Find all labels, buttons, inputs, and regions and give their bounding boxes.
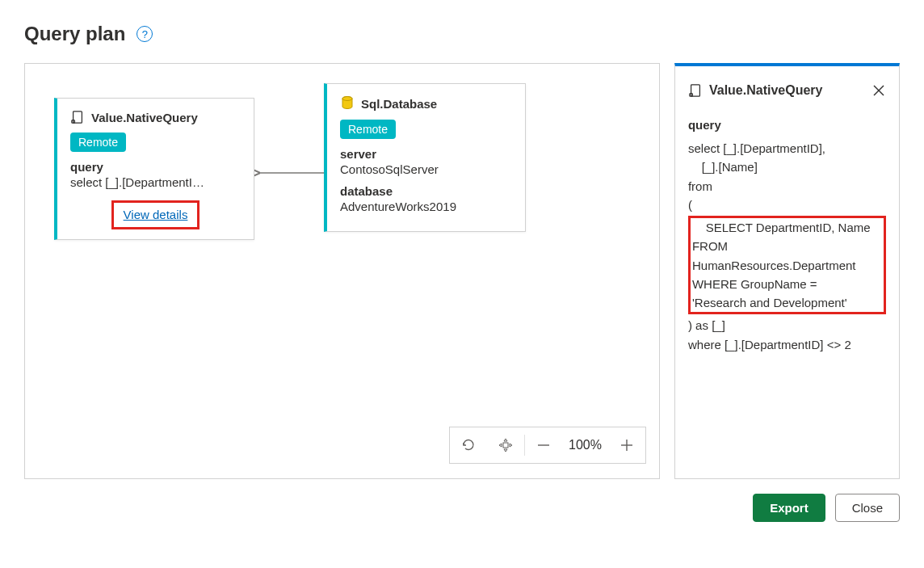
svg-rect-5 [503,443,508,448]
close-icon [873,85,884,96]
close-button[interactable]: Close [835,494,900,522]
query-value: select [_].[DepartmentI… [70,175,224,189]
details-panel: Value.NativeQuery query select [_].[Depa… [674,63,900,479]
details-query-text: select [_].[DepartmentID], [_].[Name] fr… [688,139,886,354]
close-panel-button[interactable] [872,83,886,98]
database-label: database [340,184,512,198]
database-icon [340,95,355,111]
node-sql-database[interactable]: Sql.Database Remote server ContosoSqlSer… [324,83,526,232]
database-value: AdventureWorks2019 [340,200,512,213]
node-value-nativequery[interactable]: Value.NativeQuery Remote query select [_… [54,98,254,240]
zoom-level: 100% [562,438,608,452]
undo-icon [460,437,477,453]
plus-icon [620,438,634,452]
server-value: ContosoSqlServer [340,162,512,176]
server-label: server [340,147,512,161]
remote-badge: Remote [70,133,126,152]
remote-badge: Remote [340,120,396,139]
script-icon [70,110,85,124]
page-title: Query plan [24,23,125,45]
fit-to-screen-button[interactable] [487,427,524,463]
pan-icon [498,437,514,453]
node-title: Value.NativeQuery [91,111,198,124]
reset-zoom-button[interactable] [450,427,487,463]
query-label: query [70,160,241,174]
zoom-in-button[interactable] [608,427,645,463]
zoom-out-button[interactable] [525,427,562,463]
export-button[interactable]: Export [753,494,825,522]
details-query-label: query [688,116,886,134]
minus-icon [536,438,551,452]
details-title: Value.NativeQuery [709,81,823,101]
zoom-toolbar: 100% [449,427,646,464]
view-details-link[interactable]: View details [124,208,188,221]
script-icon [688,83,703,98]
help-icon[interactable]: ? [136,26,153,42]
node-title: Sql.Database [361,97,437,111]
query-plan-canvas[interactable]: Value.NativeQuery Remote query select [_… [24,63,660,479]
